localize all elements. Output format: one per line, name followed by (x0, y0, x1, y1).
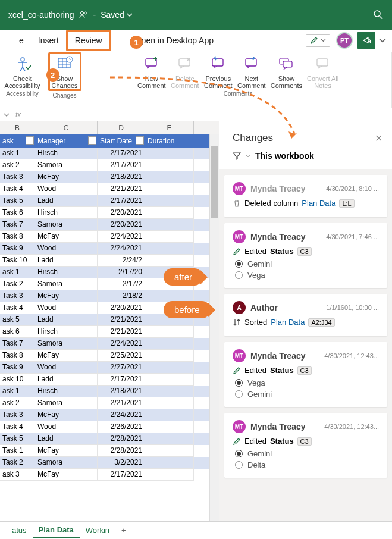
table-row[interactable]: Task 5Ladd2/28/2021 (0, 433, 219, 445)
svg-point-2 (374, 11, 380, 17)
card-action: Edited Status C3 (233, 362, 379, 377)
ribbon: Check Accessibility Accessibility 2 Show… (0, 51, 392, 108)
show-changes-button[interactable]: 2 Show Changes (48, 52, 81, 91)
card-time: 4/30/2021, 12:43... (324, 423, 379, 430)
card-user: Mynda Treacy (250, 351, 306, 361)
filter-icon[interactable] (136, 136, 144, 145)
cell-ref: L:L (339, 199, 354, 208)
formula-bar[interactable]: fx (0, 108, 392, 121)
table-row[interactable]: ask 1Hirsch2/18/2021 (0, 386, 219, 397)
avatar: MT (233, 182, 246, 195)
table-row[interactable]: Task 7Samora2/24/2021 (0, 338, 219, 350)
table-row[interactable]: Task 9Wood2/27/2021 (0, 362, 219, 374)
table-row[interactable]: Task 3McFay2/24/2021 (0, 409, 219, 421)
header-manager[interactable]: Manager (35, 134, 98, 148)
sheet-tab-working[interactable]: Workin (80, 524, 115, 537)
table-row[interactable]: Task 4Wood2/21/2021 (0, 183, 219, 195)
table-row[interactable]: ask 3McFay2/17/2021 (0, 469, 219, 481)
next-comment-button[interactable]: NextComment (235, 52, 268, 89)
table-row[interactable]: Task 8McFay2/25/2021 (0, 350, 219, 362)
table-row[interactable]: Task 5Ladd2/17/2021 (0, 195, 219, 207)
sheet-tab-plan-data[interactable]: Plan Data (33, 523, 80, 538)
vertical-scrollbar[interactable] (209, 134, 219, 521)
col-header-B[interactable]: B (0, 121, 35, 134)
cell-ref: C3 (297, 247, 312, 256)
filter-icon[interactable] (26, 136, 34, 145)
user-avatar[interactable]: PT (336, 32, 353, 49)
file-name: xcel_co-authoring (8, 10, 74, 20)
svg-point-0 (80, 12, 83, 15)
annotation-badge-1: 1 (130, 36, 143, 49)
changes-pane: Changes ✕ This workbook MTMynda Treacy4/… (219, 121, 392, 521)
sheet-tabs: atus Plan Data Workin + (0, 521, 392, 539)
card-time: 4/30/2021, 12:43... (324, 352, 379, 359)
group-label-changes: Changes (52, 91, 76, 100)
add-sheet-button[interactable]: + (115, 524, 132, 537)
worksheet[interactable]: B C D E ask Manager Start Date Duration … (0, 121, 219, 521)
avatar: MT (233, 420, 246, 433)
group-label-accessibility: Accessibility (6, 89, 38, 98)
sort-icon (233, 318, 241, 327)
header-task[interactable]: ask (0, 134, 35, 148)
check-accessibility-button[interactable]: Check Accessibility (2, 52, 43, 89)
table-row[interactable]: Task 1McFay2/28/2021 (0, 445, 219, 457)
share-button[interactable] (357, 32, 375, 49)
card-action: Edited Status C3 (233, 243, 379, 258)
delete-icon (233, 199, 241, 208)
table-row[interactable]: Task 3McFay2/18/2 (0, 290, 219, 302)
table-row[interactable]: Task 10Ladd2/24/2 (0, 255, 219, 267)
editing-mode-button[interactable] (306, 34, 330, 47)
show-comments-button[interactable]: ShowComments (268, 52, 305, 89)
saved-state[interactable]: Saved (101, 10, 133, 20)
table-row[interactable]: Task 2Samora3/2/2021 (0, 457, 219, 469)
convert-notes-button: Convert AllNotes (305, 52, 341, 89)
new-comment-button[interactable]: NewComment (135, 52, 168, 89)
edit-icon (233, 437, 241, 446)
change-value: Gemini (235, 448, 379, 459)
change-card[interactable]: MTMynda Treacy4/30/2021, 12:43...Edited … (224, 413, 387, 478)
table-row[interactable]: ask 2Samora2/17/2021 (0, 159, 219, 171)
sheet-tab-status[interactable]: atus (6, 524, 33, 537)
edit-icon (233, 247, 241, 256)
table-row[interactable]: ask 10Ladd2/17/2021 (0, 374, 219, 386)
previous-comment-button[interactable]: PreviousComment (202, 52, 235, 89)
pane-filter[interactable]: This workbook (219, 151, 392, 169)
table-row[interactable]: ask 2Samora2/21/2021 (0, 397, 219, 409)
change-card[interactable]: MTMynda Treacy4/30/2021, 7:46 ...Edited … (224, 223, 387, 288)
svg-rect-12 (317, 59, 328, 66)
table-row[interactable]: Task 3McFay2/18/2021 (0, 171, 219, 183)
chevron-down-icon[interactable] (4, 112, 10, 118)
change-value: Vega (235, 270, 379, 281)
tab-partial[interactable]: e (12, 30, 31, 51)
filter-icon[interactable] (88, 136, 96, 145)
annotation-before: before (164, 301, 211, 318)
change-card[interactable]: AAuthor1/1/1601, 10:00 ...Sorted Plan Da… (224, 294, 387, 336)
table-row[interactable]: Task 6Hirsch2/20/2021 (0, 207, 219, 219)
table-row[interactable]: Task 4Wood2/26/2021 (0, 421, 219, 433)
col-header-C[interactable]: C (35, 121, 98, 134)
table-row[interactable]: Task 7Samora2/20/2021 (0, 219, 219, 231)
chevron-down-icon (246, 153, 250, 158)
chevron-down-icon (127, 12, 133, 18)
search-icon[interactable] (373, 10, 384, 20)
svg-rect-9 (246, 59, 256, 66)
avatar: MT (233, 230, 246, 243)
change-card[interactable]: MTMynda Treacy4/30/2021, 8:10 ...Deleted… (224, 175, 387, 217)
table-row[interactable]: Task 8McFay2/24/2021 (0, 231, 219, 243)
change-value: Gemini (235, 388, 379, 400)
table-row[interactable]: ask 6Hirsch2/21/2021 (0, 326, 219, 338)
col-header-D[interactable]: D (98, 121, 145, 134)
tab-review[interactable]: Review (66, 30, 111, 51)
close-icon[interactable]: ✕ (375, 133, 382, 144)
card-user: Mynda Treacy (250, 232, 306, 242)
card-action: Deleted column Plan Data L:L (233, 195, 379, 210)
change-card[interactable]: MTMynda Treacy4/30/2021, 12:43...Edited … (224, 342, 387, 407)
edit-icon (233, 366, 241, 375)
table-row[interactable]: Task 9Wood2/24/2021 (0, 243, 219, 255)
chevron-down-icon[interactable] (379, 37, 386, 44)
header-start[interactable]: Start Date (98, 134, 145, 148)
tab-insert[interactable]: Insert (31, 30, 66, 51)
col-header-E[interactable]: E (145, 121, 194, 134)
header-duration[interactable]: Duration (145, 134, 194, 148)
table-row[interactable]: ask 1Hirsch2/17/2021 (0, 148, 219, 159)
